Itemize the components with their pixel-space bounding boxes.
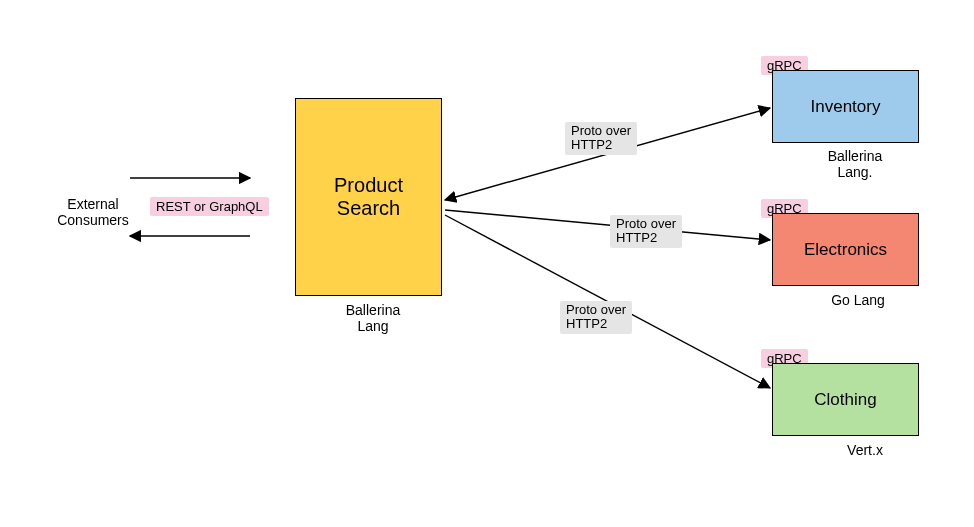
- clothing-title: Clothing: [814, 390, 876, 410]
- electronics-title: Electronics: [804, 240, 887, 260]
- clothing-box: Clothing: [772, 363, 919, 436]
- edge-label-electronics: Proto overHTTP2: [610, 215, 682, 248]
- edge-label-clothing: Proto overHTTP2: [560, 301, 632, 334]
- inventory-box: Inventory: [772, 70, 919, 143]
- arrow-electronics: [445, 210, 770, 240]
- api-protocol-tag: REST or GraphQL: [150, 197, 269, 216]
- inventory-title: Inventory: [811, 97, 881, 117]
- external-consumers-label: ExternalConsumers: [48, 196, 138, 228]
- product-search-title: ProductSearch: [334, 174, 403, 220]
- electronics-box: Electronics: [772, 213, 919, 286]
- edge-label-inventory: Proto overHTTP2: [565, 122, 637, 155]
- clothing-caption: Vert.x: [820, 442, 910, 458]
- product-search-caption: BallerinaLang: [328, 302, 418, 334]
- electronics-caption: Go Lang: [813, 292, 903, 308]
- inventory-caption: BallerinaLang.: [810, 148, 900, 180]
- product-search-box: ProductSearch: [295, 98, 442, 296]
